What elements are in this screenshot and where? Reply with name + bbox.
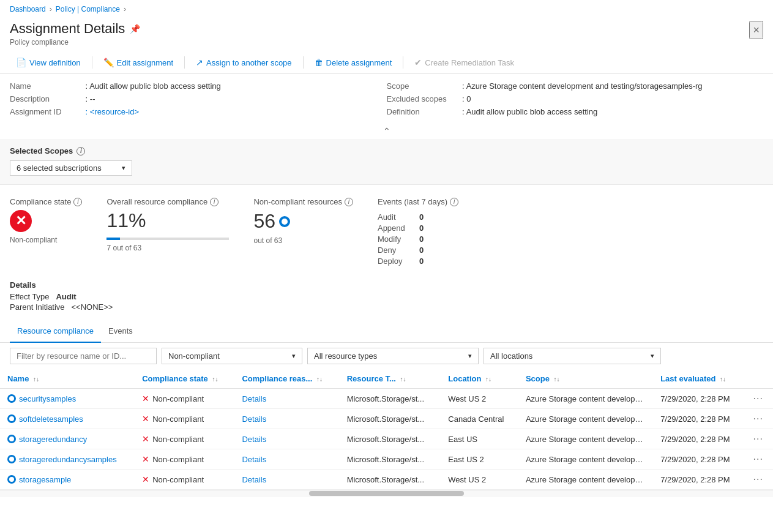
parent-initiative-value: <<NONE>> <box>71 302 113 312</box>
scopes-label: Selected Scopes i <box>10 146 763 155</box>
event-modify-label: Modify <box>378 234 414 244</box>
events-metric: Events (last 7 days) i Audit 0 Append 0 … <box>378 197 458 266</box>
resource-filter-input[interactable] <box>10 348 157 364</box>
more-button-3[interactable]: ··· <box>753 454 763 464</box>
event-audit: Audit 0 <box>378 212 458 222</box>
cell-compliance-state-3: ✕ Non-compliant <box>135 449 234 470</box>
more-button-4[interactable]: ··· <box>753 474 763 484</box>
tab-events[interactable]: Events <box>101 320 140 343</box>
col-compliance-state[interactable]: Compliance state ↑↓ <box>135 369 234 389</box>
resource-link-2[interactable]: storageredundancy <box>7 435 127 444</box>
cell-name-1: softdeletesamples <box>0 409 135 429</box>
name-value: : Audit allow public blob access setting <box>83 81 221 91</box>
view-definition-icon: 📄 <box>16 58 26 67</box>
event-audit-label: Audit <box>378 212 414 222</box>
compliance-reason-link-1[interactable]: Details <box>242 414 266 424</box>
resource-type-filter-dropdown[interactable]: All resource types ▾ <box>307 348 479 364</box>
horizontal-scrollbar[interactable] <box>0 490 773 497</box>
tab-resource-compliance[interactable]: Resource compliance <box>10 320 101 343</box>
event-deploy-label: Deploy <box>378 257 414 266</box>
delete-assignment-button[interactable]: 🗑 Delete assignment <box>308 55 398 70</box>
resource-link-0[interactable]: securitysamples <box>7 394 127 403</box>
breadcrumb-dashboard[interactable]: Dashboard <box>10 5 46 13</box>
resource-link-4[interactable]: storagesample <box>7 475 127 484</box>
assignment-id-value[interactable]: : <resource-id> <box>83 107 139 116</box>
location-filter-dropdown[interactable]: All locations ▾ <box>484 348 661 364</box>
compliance-badge-0: ✕ Non-compliant <box>142 394 227 403</box>
effect-type-row: Effect Type Audit <box>10 292 763 301</box>
compliance-filter-value: Non-compliant <box>168 351 220 361</box>
close-button[interactable]: × <box>749 21 763 39</box>
overall-compliance-metric: Overall resource compliance i 11% 7 out … <box>106 197 229 266</box>
more-button-1[interactable]: ··· <box>753 413 763 424</box>
resource-icon-0 <box>7 394 16 403</box>
events-info-icon[interactable]: i <box>450 198 458 206</box>
resource-link-1[interactable]: softdeletesamples <box>7 414 127 424</box>
overall-compliance-info-icon[interactable]: i <box>210 198 218 206</box>
col-compliance-reason[interactable]: Compliance reas... ↑↓ <box>234 369 339 389</box>
col-resource-type[interactable]: Resource T... ↑↓ <box>340 369 441 389</box>
pin-icon[interactable]: 📌 <box>130 24 140 34</box>
cell-resource-type-0: Microsoft.Storage/st... <box>340 389 441 409</box>
table-row: storageredundancysamples ✕ Non-compliant… <box>0 449 773 470</box>
compliance-reason-link-4[interactable]: Details <box>242 475 266 484</box>
edit-assignment-label: Edit assignment <box>117 58 174 67</box>
delete-assignment-icon: 🗑 <box>315 58 323 67</box>
scopes-label-text: Selected Scopes <box>10 146 73 155</box>
scopes-info-icon[interactable]: i <box>77 147 85 155</box>
compliance-reason-link-0[interactable]: Details <box>242 394 266 403</box>
resource-icon-1 <box>7 414 16 423</box>
assign-scope-button[interactable]: ↗ Assign to another scope <box>190 55 297 70</box>
breadcrumb-policy-compliance[interactable]: Policy | Compliance <box>56 5 120 13</box>
view-definition-button[interactable]: 📄 View definition <box>10 55 87 70</box>
compliance-state-info-icon[interactable]: i <box>73 198 82 206</box>
col-scope[interactable]: Scope ↑↓ <box>518 369 653 389</box>
cell-location-2: East US <box>441 429 518 449</box>
compliance-reason-link-3[interactable]: Details <box>242 455 266 464</box>
compliance-filter-dropdown[interactable]: Non-compliant ▾ <box>162 348 302 364</box>
col-location[interactable]: Location ↑↓ <box>441 369 518 389</box>
edit-assignment-button[interactable]: ✏️ Edit assignment <box>97 55 180 70</box>
cell-more-0: ··· <box>746 389 774 409</box>
non-compliant-badge <box>279 216 290 227</box>
cell-compliance-reason-3: Details <box>234 449 339 470</box>
create-remediation-button[interactable]: ✔ Create Remediation Task <box>408 55 520 70</box>
col-name[interactable]: Name ↑↓ <box>0 369 135 389</box>
resource-link-3[interactable]: storageredundancysamples <box>7 455 127 464</box>
cell-scope-3: Azure Storage content developme... <box>518 449 653 470</box>
error-icon-2: ✕ <box>142 434 149 444</box>
breadcrumb-separator-1: › <box>50 5 52 13</box>
cell-compliance-state-4: ✕ Non-compliant <box>135 470 234 490</box>
cell-name-0: securitysamples <box>0 389 135 409</box>
col-last-evaluated[interactable]: Last evaluated ↑↓ <box>653 369 745 389</box>
cell-compliance-state-1: ✕ Non-compliant <box>135 409 234 429</box>
collapse-button[interactable]: ⌃ <box>383 126 390 136</box>
assign-scope-icon: ↗ <box>196 58 203 67</box>
col-compliance-state-sort: ↑↓ <box>212 376 218 383</box>
definition-row: Definition : Audit allow public blob acc… <box>387 107 764 116</box>
compliance-badge-4: ✕ Non-compliant <box>142 474 227 484</box>
toolbar-separator-3 <box>303 56 304 69</box>
error-icon-0: ✕ <box>142 394 149 403</box>
resource-icon-4 <box>7 475 16 484</box>
scopes-dropdown[interactable]: 6 selected subscriptions ▾ <box>10 160 132 176</box>
compliance-reason-link-2[interactable]: Details <box>242 435 266 444</box>
scopes-section: Selected Scopes i 6 selected subscriptio… <box>0 140 773 185</box>
events-list: Audit 0 Append 0 Modify 0 Deny 0 <box>378 212 458 266</box>
description-value: : -- <box>83 94 95 103</box>
more-button-2[interactable]: ··· <box>753 433 763 444</box>
toolbar: 📄 View definition ✏️ Edit assignment ↗ A… <box>0 51 773 74</box>
col-scope-sort: ↑↓ <box>554 376 560 383</box>
progress-bar <box>106 238 229 240</box>
scopes-dropdown-arrow: ▾ <box>122 164 125 172</box>
resource-type-filter-value: All resource types <box>314 351 377 361</box>
event-audit-count: 0 <box>419 212 424 222</box>
non-compliant-info-icon[interactable]: i <box>345 198 353 206</box>
cell-location-0: West US 2 <box>441 389 518 409</box>
non-compliant-count-row: 56 <box>253 210 353 233</box>
location-filter-value: All locations <box>490 351 532 361</box>
more-button-0[interactable]: ··· <box>753 393 763 403</box>
table-row: storageredundancy ✕ Non-compliant Detail… <box>0 429 773 449</box>
assignment-id-row: Assignment ID : <resource-id> <box>10 107 387 116</box>
compliance-state-label: Compliance state <box>10 197 71 206</box>
